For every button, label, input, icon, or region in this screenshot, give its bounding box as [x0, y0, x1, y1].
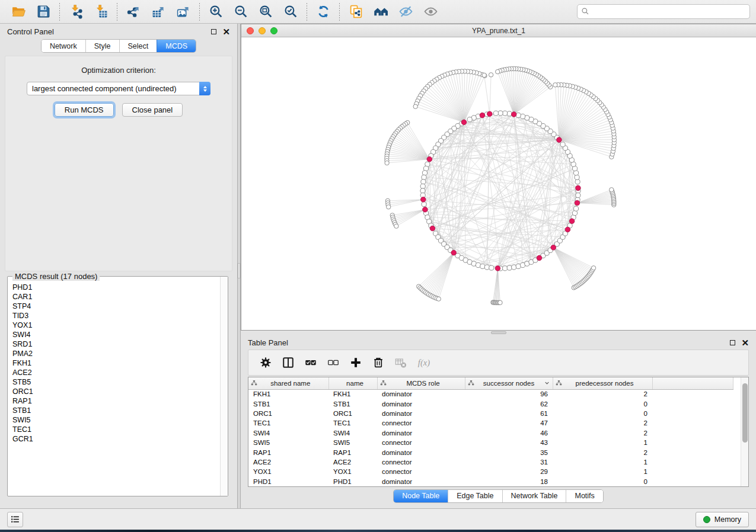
- zoom-fit-button[interactable]: [253, 2, 278, 22]
- mcds-result-item[interactable]: PHD1: [12, 283, 220, 292]
- close-panel-icon[interactable]: ✕: [741, 340, 749, 345]
- vertical-splitter[interactable]: [237, 24, 241, 508]
- table-row[interactable]: TEC1TEC1connector472: [248, 418, 733, 428]
- control-panel-titlebar: Control Panel ✕: [0, 24, 237, 39]
- tab-edge-table[interactable]: Edge Table: [448, 490, 502, 502]
- export-network-button[interactable]: [121, 2, 146, 22]
- save-session-button[interactable]: [31, 2, 56, 22]
- mcds-result-item[interactable]: TID3: [12, 311, 220, 321]
- toolbar-separator: [339, 3, 340, 21]
- splitter-grip[interactable]: [491, 331, 506, 334]
- table-row[interactable]: YOX1YOX1connector291: [248, 467, 733, 476]
- uncheck-pair-icon: [327, 356, 340, 369]
- unselect-all-columns-button[interactable]: [322, 352, 344, 373]
- mcds-result-item[interactable]: TEC1: [12, 425, 220, 434]
- mcds-result-item[interactable]: SRD1: [12, 339, 220, 349]
- tab-network-table[interactable]: Network Table: [502, 490, 566, 502]
- export-table-button[interactable]: [146, 2, 171, 22]
- show-all-button[interactable]: [418, 2, 443, 22]
- open-file-button[interactable]: [6, 2, 31, 22]
- mcds-result-item[interactable]: PMA2: [12, 349, 220, 358]
- mcds-result-item[interactable]: STB5: [12, 377, 220, 387]
- table-row[interactable]: RAP1RAP1dominator352: [248, 447, 733, 457]
- network-graph[interactable]: [241, 37, 755, 330]
- table-row[interactable]: FKH1FKH1dominator962: [248, 389, 733, 399]
- mcds-result-item[interactable]: YOX1: [12, 321, 220, 330]
- column-header-successor-nodes[interactable]: successor nodes: [465, 377, 553, 389]
- check-pair-icon: [304, 356, 317, 369]
- criterion-dropdown[interactable]: largest connected component (undirected): [27, 82, 210, 95]
- memory-button[interactable]: Memory: [696, 512, 749, 527]
- tab-style[interactable]: Style: [85, 40, 119, 52]
- task-history-button[interactable]: [7, 512, 23, 527]
- mcds-result-item[interactable]: CAR1: [12, 292, 220, 302]
- toolbar-separator: [199, 3, 200, 21]
- close-window-icon[interactable]: [247, 27, 254, 34]
- shared-column-icon: [556, 380, 562, 386]
- table-row[interactable]: STB1STB1dominator620: [248, 399, 733, 408]
- create-column-button[interactable]: [344, 352, 367, 373]
- table-row[interactable]: PHD1PHD1dominator180: [248, 477, 733, 486]
- mcds-result-item[interactable]: RAP1: [12, 396, 220, 406]
- zoom-out-button[interactable]: [228, 2, 253, 22]
- maximize-window-icon[interactable]: [270, 27, 277, 34]
- horizontal-splitter[interactable]: [241, 331, 756, 335]
- mcds-result-item[interactable]: ORC1: [12, 387, 220, 396]
- minimize-window-icon[interactable]: [259, 27, 266, 34]
- toggle-split-view-button[interactable]: [277, 352, 299, 373]
- import-network-from-file-button[interactable]: [63, 2, 88, 22]
- hide-selected-button[interactable]: [393, 2, 418, 22]
- float-panel-icon[interactable]: [211, 29, 216, 34]
- new-network-from-selection-button[interactable]: [343, 2, 368, 22]
- import-table-from-file-button[interactable]: [88, 2, 113, 22]
- delete-table-button: [390, 352, 412, 373]
- run-mcds-button[interactable]: Run MCDS: [55, 103, 114, 117]
- mcds-result-legend: MCDS result (17 nodes): [12, 272, 100, 281]
- first-neighbors-button[interactable]: [368, 2, 393, 22]
- network-canvas[interactable]: [241, 37, 756, 330]
- search-input[interactable]: [577, 4, 750, 19]
- mcds-options-panel: Optimization criterion: largest connecte…: [5, 56, 232, 271]
- mcds-result-item[interactable]: SWI5: [12, 415, 220, 425]
- control-panel: Control Panel ✕ NetworkStyleSelectMCDS O…: [0, 24, 237, 508]
- tab-node-table[interactable]: Node Table: [394, 490, 448, 502]
- table-row[interactable]: ACE2ACE2connector311: [248, 457, 733, 467]
- svg-text:f(x): f(x): [418, 358, 430, 368]
- mcds-result-scrollbar[interactable]: [220, 277, 228, 496]
- close-panel-button[interactable]: Close panel: [122, 103, 183, 117]
- table-scrollbar[interactable]: [741, 377, 748, 486]
- close-panel-icon[interactable]: ✕: [222, 29, 230, 34]
- column-header-name[interactable]: name: [328, 377, 377, 389]
- zoom-selected-button[interactable]: [278, 2, 303, 22]
- save-icon: [36, 4, 51, 19]
- mcds-result-item[interactable]: SWI4: [12, 330, 220, 339]
- mcds-result-item[interactable]: STP4: [12, 302, 220, 311]
- refresh-button[interactable]: [311, 2, 336, 22]
- show-all-icon: [423, 4, 438, 19]
- column-header-MCDS-role[interactable]: MCDS role: [377, 377, 465, 389]
- mcds-result-item[interactable]: STB1: [12, 406, 220, 415]
- table-row[interactable]: SWI5SWI5connector431: [248, 438, 733, 447]
- export-image-button[interactable]: [171, 2, 196, 22]
- zoom-in-button[interactable]: [203, 2, 228, 22]
- tab-motifs[interactable]: Motifs: [566, 490, 602, 502]
- column-header-predecessor-nodes[interactable]: predecessor nodes: [553, 377, 652, 389]
- tab-mcds[interactable]: MCDS: [157, 40, 196, 52]
- task-list-icon: [10, 514, 20, 524]
- scrollbar-thumb[interactable]: [742, 383, 748, 443]
- table-panel-title: Table Panel: [248, 338, 288, 347]
- tab-network[interactable]: Network: [42, 40, 85, 52]
- mcds-result-item[interactable]: GCR1: [12, 434, 220, 444]
- mcds-result-item[interactable]: FKH1: [12, 358, 220, 368]
- export-table-icon: [151, 4, 166, 19]
- splitter-grip[interactable]: [238, 263, 240, 278]
- table-settings-button[interactable]: [254, 352, 277, 373]
- float-panel-icon[interactable]: [730, 340, 735, 345]
- delete-columns-button[interactable]: [367, 352, 390, 373]
- tab-select[interactable]: Select: [119, 40, 157, 52]
- column-header-shared-name[interactable]: shared name: [248, 377, 328, 389]
- select-all-columns-button[interactable]: [299, 352, 322, 373]
- table-row[interactable]: SWI4SWI4dominator462: [248, 428, 733, 438]
- table-row[interactable]: ORC1ORC1dominator610: [248, 409, 733, 418]
- mcds-result-item[interactable]: ACE2: [12, 368, 220, 377]
